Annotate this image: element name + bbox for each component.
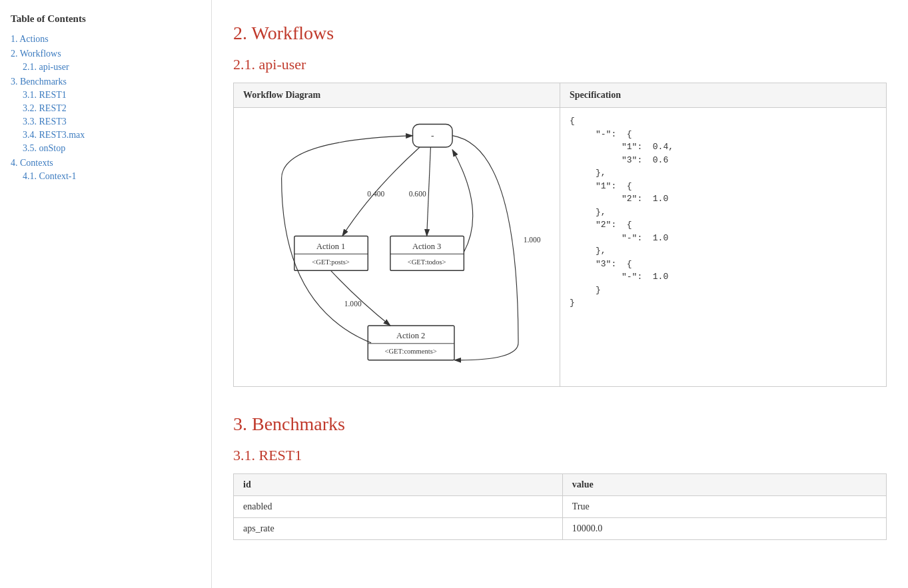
- toc-link-rest3[interactable]: 3.3. REST3: [23, 117, 67, 127]
- toc-item-rest3max[interactable]: 3.4. REST3.max: [11, 130, 201, 141]
- toc-link-workflows[interactable]: 2. Workflows: [11, 49, 61, 59]
- section3-title: 3. Benchmarks: [233, 414, 887, 435]
- toc-item-contexts[interactable]: 4. Contexts: [11, 158, 201, 168]
- toc-link-rest2[interactable]: 3.2. REST2: [23, 103, 67, 113]
- toc-item-rest2[interactable]: 3.2. REST2: [11, 103, 201, 114]
- section3-1-title: 3.1. REST1: [233, 447, 887, 464]
- workflow-table: Workflow Diagram Specification: [233, 83, 887, 387]
- toc-link-rest1[interactable]: 3.1. REST1: [23, 90, 67, 100]
- toc-list: 1. Actions 2. Workflows 2.1. api-user 3.…: [11, 34, 201, 182]
- toc-link-onstop[interactable]: 3.5. onStop: [23, 143, 65, 153]
- toc-item-api-user[interactable]: 2.1. api-user: [11, 62, 201, 73]
- toc-link-context1[interactable]: 4.1. Context-1: [23, 171, 77, 181]
- sidebar: Table of Contents 1. Actions 2. Workflow…: [0, 0, 212, 588]
- toc-item-rest3[interactable]: 3.3. REST3: [11, 117, 201, 127]
- node-action3-sublabel: <GET:todos>: [408, 258, 446, 266]
- node-action2-sublabel: <GET:comments>: [385, 348, 437, 355]
- workflow-spec-json: { "-": { "1": 0.4, "3": 0.6 }, "1": { "2…: [570, 115, 877, 310]
- node-action3-label: Action 3: [412, 242, 441, 251]
- bench-row-enabled: enabled True: [234, 495, 887, 517]
- toc-link-api-user[interactable]: 2.1. api-user: [23, 62, 69, 72]
- main-content: 2. Workflows 2.1. api-user Workflow Diag…: [212, 0, 908, 588]
- bench-cell-aps-rate-id: aps_rate: [234, 517, 563, 539]
- bench-header-id: id: [234, 473, 563, 495]
- benchmarks-table: id value enabled True aps_rate 10000.0: [233, 473, 887, 540]
- toc-link-contexts[interactable]: 4. Contexts: [11, 158, 53, 168]
- node-action2-label: Action 2: [396, 331, 425, 340]
- workflow-spec-header: Specification: [560, 83, 887, 108]
- node-action1-label: Action 1: [316, 242, 345, 251]
- bench-cell-enabled-id: enabled: [234, 495, 563, 517]
- workflow-diagram-cell: - Action 1 <GET:posts> Action 3 <GET:tod…: [234, 108, 560, 387]
- section2-title: 2. Workflows: [233, 23, 887, 44]
- toc-item-workflows[interactable]: 2. Workflows: [11, 49, 201, 59]
- bench-header-value: value: [562, 473, 886, 495]
- edge-dash-action2-arc-label: 1.000: [524, 236, 541, 244]
- node-action1-sublabel: <GET:posts>: [312, 258, 350, 266]
- bench-row-aps-rate: aps_rate 10000.0: [234, 517, 887, 539]
- edge-action1-action2-label: 1.000: [344, 300, 362, 308]
- edge-dash-action1-label: 0.400: [367, 190, 384, 198]
- section2-1-title: 2.1. api-user: [233, 56, 887, 73]
- node-dash-label: -: [431, 131, 434, 141]
- workflow-spec-cell: { "-": { "1": 0.4, "3": 0.6 }, "1": { "2…: [560, 108, 887, 387]
- edge-dash-action3-label: 0.600: [409, 190, 426, 198]
- workflow-diagram-svg: - Action 1 <GET:posts> Action 3 <GET:tod…: [243, 115, 550, 377]
- toc-item-rest1[interactable]: 3.1. REST1: [11, 90, 201, 101]
- toc-title: Table of Contents: [11, 13, 201, 25]
- toc-item-benchmarks[interactable]: 3. Benchmarks: [11, 77, 201, 87]
- workflow-diagram-header: Workflow Diagram: [234, 83, 560, 108]
- bench-cell-aps-rate-value: 10000.0: [562, 517, 886, 539]
- toc-link-benchmarks[interactable]: 3. Benchmarks: [11, 77, 67, 87]
- toc-link-actions[interactable]: 1. Actions: [11, 34, 49, 44]
- bench-cell-enabled-value: True: [562, 495, 886, 517]
- section3-gap: 3. Benchmarks 3.1. REST1 id value enable…: [233, 414, 887, 540]
- toc-item-actions[interactable]: 1. Actions: [11, 34, 201, 45]
- toc-item-context1[interactable]: 4.1. Context-1: [11, 171, 201, 182]
- toc-link-rest3max[interactable]: 3.4. REST3.max: [23, 130, 85, 140]
- toc-item-onstop[interactable]: 3.5. onStop: [11, 143, 201, 154]
